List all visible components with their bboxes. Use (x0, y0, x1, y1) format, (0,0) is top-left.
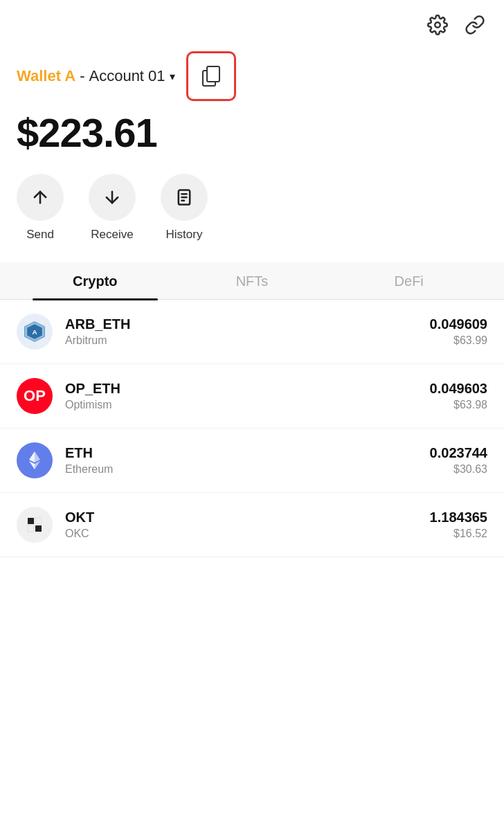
wallet-account: Account 01 (89, 67, 165, 85)
list-item[interactable]: A ARB_ETH Arbitrum 0.049609 $63.99 (0, 300, 504, 364)
action-buttons: Send Receive History (0, 160, 504, 262)
tab-defi[interactable]: DeFi (330, 262, 487, 299)
wallet-section: Wallet A - Account 01 ▾ (0, 44, 504, 101)
op-logo: OP (17, 378, 53, 414)
send-label: Send (26, 228, 54, 242)
arb-usd: $63.99 (430, 334, 487, 347)
svg-text:A: A (32, 328, 37, 336)
op-amounts: 0.049603 $63.98 (430, 381, 487, 411)
svg-point-0 (435, 22, 440, 28)
copy-icon (202, 66, 220, 87)
arb-balance: 0.049609 (430, 316, 487, 332)
receive-label: Receive (91, 228, 133, 242)
history-button[interactable]: History (161, 174, 208, 242)
copy-address-button[interactable] (186, 51, 236, 101)
svg-rect-16 (28, 518, 34, 524)
crypto-list: A ARB_ETH Arbitrum 0.049609 $63.99 OP OP… (0, 300, 504, 557)
tab-crypto[interactable]: Crypto (17, 262, 174, 299)
receive-icon-circle (89, 174, 136, 221)
eth-logo (17, 442, 53, 478)
op-info: OP_ETH Optimism (65, 381, 430, 411)
list-item[interactable]: OKT OKC 1.184365 $16.52 (0, 493, 504, 557)
send-icon-circle (17, 174, 64, 221)
arb-chain: Arbitrum (65, 334, 430, 347)
eth-usd: $30.63 (430, 463, 487, 476)
settings-icon[interactable] (425, 12, 450, 37)
okt-chain: OKC (65, 528, 430, 540)
link-icon[interactable] (462, 12, 487, 37)
okt-balance: 1.184365 (430, 510, 487, 525)
op-balance: 0.049603 (430, 381, 487, 397)
wallet-name: Wallet A (17, 67, 75, 85)
okt-usd: $16.52 (430, 528, 487, 540)
asset-tabs: Crypto NFTs DeFi (0, 262, 504, 300)
eth-symbol: ETH (65, 445, 430, 461)
op-usd: $63.98 (430, 399, 487, 411)
svg-point-15 (21, 511, 48, 539)
op-symbol: OP_ETH (65, 381, 430, 397)
send-button[interactable]: Send (17, 174, 64, 242)
wallet-balance: $223.61 (0, 101, 504, 160)
header-toolbar (0, 0, 504, 44)
arb-symbol: ARB_ETH (65, 316, 430, 332)
arb-amounts: 0.049609 $63.99 (430, 316, 487, 347)
okt-info: OKT OKC (65, 510, 430, 540)
history-icon-circle (161, 174, 208, 221)
eth-info: ETH Ethereum (65, 445, 430, 476)
list-item[interactable]: OP OP_ETH Optimism 0.049603 $63.98 (0, 364, 504, 429)
svg-rect-18 (28, 525, 34, 532)
okt-amounts: 1.184365 $16.52 (430, 510, 487, 540)
history-label: History (166, 228, 203, 242)
op-chain: Optimism (65, 399, 430, 411)
arb-info: ARB_ETH Arbitrum (65, 316, 430, 347)
eth-balance: 0.023744 (430, 445, 487, 461)
svg-rect-17 (35, 518, 42, 524)
tab-nfts[interactable]: NFTs (174, 262, 331, 299)
okt-symbol: OKT (65, 510, 430, 525)
wallet-separator: - (80, 67, 84, 85)
eth-chain: Ethereum (65, 463, 430, 476)
dropdown-arrow-icon: ▾ (170, 70, 175, 83)
eth-amounts: 0.023744 $30.63 (430, 445, 487, 476)
svg-rect-19 (35, 525, 42, 532)
list-item[interactable]: ETH Ethereum 0.023744 $30.63 (0, 429, 504, 493)
wallet-title[interactable]: Wallet A - Account 01 ▾ (17, 67, 175, 85)
arb-logo: A (17, 314, 53, 350)
receive-button[interactable]: Receive (89, 174, 136, 242)
okt-logo (17, 507, 53, 543)
